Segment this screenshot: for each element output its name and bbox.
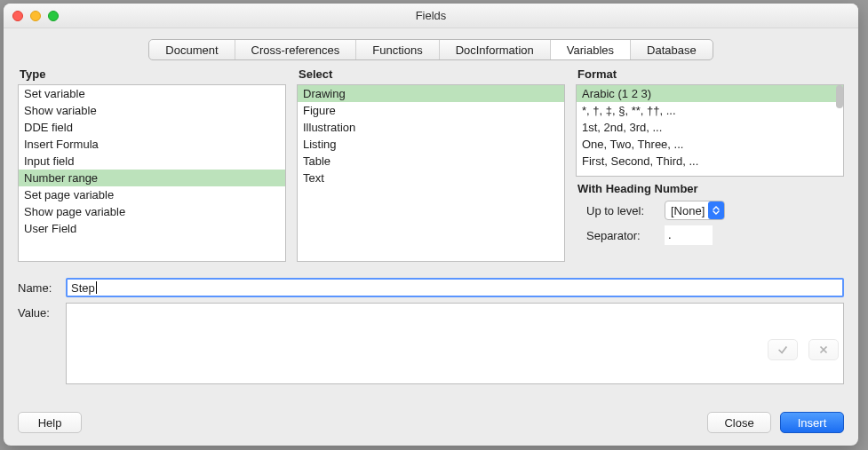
- select-item[interactable]: Figure: [298, 102, 564, 119]
- name-input[interactable]: Step: [66, 278, 844, 297]
- chevron-up-down-icon: [708, 201, 724, 219]
- separator-input[interactable]: [665, 225, 713, 245]
- format-item[interactable]: One, Two, Three, ...: [577, 136, 843, 153]
- close-button[interactable]: Close: [707, 412, 771, 433]
- select-item[interactable]: Text: [298, 170, 564, 186]
- format-item[interactable]: First, Second, Third, ...: [577, 153, 843, 170]
- titlebar: Fields: [4, 4, 858, 28]
- value-textarea[interactable]: [66, 303, 844, 384]
- minimize-window-icon[interactable]: [30, 11, 41, 21]
- text-caret: [96, 281, 97, 294]
- name-label: Name:: [18, 278, 59, 295]
- tab-cross-references[interactable]: Cross-references: [235, 40, 357, 59]
- type-item[interactable]: Input field: [19, 153, 285, 170]
- tab-bar: DocumentCross-referencesFunctionsDocInfo…: [148, 39, 713, 60]
- format-column-label: Format: [577, 67, 844, 81]
- format-item[interactable]: *, †, ‡, §, **, ††, ...: [577, 102, 843, 119]
- type-item[interactable]: Show variable: [19, 102, 285, 119]
- value-label: Value:: [18, 303, 59, 320]
- select-listbox[interactable]: DrawingFigureIllustrationListingTableTex…: [297, 84, 565, 262]
- type-item[interactable]: Set variable: [19, 85, 285, 102]
- insert-button[interactable]: Insert: [780, 412, 844, 433]
- up-to-level-label: Up to level:: [586, 204, 657, 217]
- select-item[interactable]: Illustration: [298, 119, 564, 136]
- format-item[interactable]: 1st, 2nd, 3rd, ...: [577, 119, 843, 136]
- tab-variables[interactable]: Variables: [551, 40, 631, 59]
- format-item[interactable]: Arabic (1 2 3): [577, 85, 843, 102]
- tab-functions[interactable]: Functions: [356, 40, 439, 59]
- type-item[interactable]: Number range: [19, 170, 285, 186]
- separator-label: Separator:: [586, 229, 657, 242]
- up-to-level-select[interactable]: [None]: [665, 201, 725, 220]
- delete-button[interactable]: [808, 339, 839, 360]
- help-button[interactable]: Help: [18, 412, 82, 433]
- type-item[interactable]: Insert Formula: [19, 136, 285, 153]
- name-input-text: Step: [71, 281, 95, 295]
- select-column-label: Select: [299, 67, 565, 81]
- select-item[interactable]: Listing: [298, 136, 564, 153]
- type-item[interactable]: User Field: [19, 220, 285, 237]
- format-listbox[interactable]: Arabic (1 2 3)*, †, ‡, §, **, ††, ...1st…: [576, 84, 844, 177]
- type-listbox[interactable]: Set variableShow variableDDE fieldInsert…: [18, 84, 286, 262]
- x-icon: [817, 343, 830, 356]
- tab-docinformation[interactable]: DocInformation: [440, 40, 551, 59]
- fields-dialog: Fields DocumentCross-referencesFunctions…: [4, 4, 858, 446]
- type-item[interactable]: Set page variable: [19, 186, 285, 203]
- up-to-level-value: [None]: [671, 204, 705, 217]
- type-column-label: Type: [20, 67, 286, 81]
- zoom-window-icon[interactable]: [48, 11, 59, 21]
- scrollbar-thumb[interactable]: [836, 85, 843, 108]
- apply-button[interactable]: [768, 339, 798, 360]
- tab-database[interactable]: Database: [631, 40, 713, 59]
- select-item[interactable]: Drawing: [298, 85, 564, 102]
- type-item[interactable]: DDE field: [19, 119, 285, 136]
- window-title: Fields: [4, 9, 858, 22]
- type-item[interactable]: Show page variable: [19, 203, 285, 220]
- close-window-icon[interactable]: [12, 11, 23, 21]
- tab-document[interactable]: Document: [149, 40, 235, 59]
- with-heading-number-label: With Heading Number: [577, 182, 844, 195]
- select-item[interactable]: Table: [298, 153, 564, 170]
- check-icon: [776, 343, 789, 356]
